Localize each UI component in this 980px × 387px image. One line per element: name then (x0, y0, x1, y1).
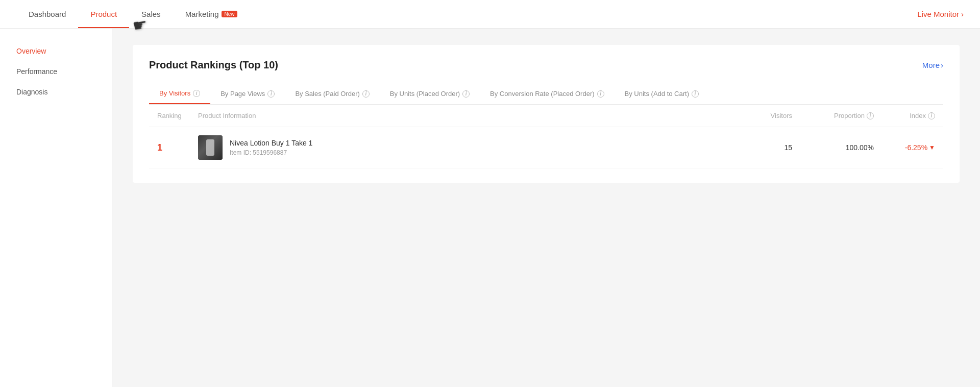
tab-by-page-views[interactable]: By Page Views i (210, 83, 285, 104)
top-nav: Dashboard Product Sales Marketing New Li… (0, 0, 980, 29)
col-header-visitors: Visitors (731, 112, 792, 119)
nav-product[interactable]: Product (78, 0, 129, 28)
tab-by-conversion-rate[interactable]: By Conversion Rate (Placed Order) i (480, 83, 614, 104)
index-header-info-icon[interactable]: i (928, 112, 935, 119)
by-conversion-info-icon[interactable]: i (597, 90, 604, 98)
index-down-arrow: ▼ (929, 144, 935, 151)
sidebar: Overview Performance Diagnosis (0, 29, 112, 387)
nav-marketing[interactable]: Marketing New (173, 0, 250, 28)
row-product-info: Nivea Lotion Buy 1 Take 1 Item ID: 55195… (198, 135, 731, 160)
by-units-cart-info-icon[interactable]: i (692, 90, 699, 98)
product-image (198, 135, 223, 160)
main-content: Product Rankings (Top 10) More › By Visi… (112, 29, 980, 387)
product-item-id: Item ID: 5519596887 (230, 149, 312, 156)
by-page-views-info-icon[interactable]: i (267, 90, 275, 98)
tab-by-units-placed-order[interactable]: By Units (Placed Order) i (380, 83, 480, 104)
row-visitors: 15 (731, 143, 792, 152)
ranking-tabs: By Visitors i By Page Views i By Sales (… (149, 83, 943, 105)
tab-by-visitors[interactable]: By Visitors i (149, 83, 210, 104)
table-header: Ranking Product Information Visitors Pro… (149, 105, 943, 127)
col-header-index: Index i (874, 112, 935, 119)
by-visitors-info-icon[interactable]: i (193, 90, 200, 97)
table-row: 1 Nivea Lotion Buy 1 Take 1 Item ID: 551… (149, 127, 943, 168)
col-header-proportion: Proportion i (792, 112, 874, 119)
by-sales-info-icon[interactable]: i (362, 90, 370, 98)
tab-by-units-add-to-cart[interactable]: By Units (Add to Cart) i (615, 83, 709, 104)
nav-sales[interactable]: Sales (129, 0, 173, 28)
by-units-placed-info-icon[interactable]: i (462, 90, 470, 98)
sidebar-item-performance[interactable]: Performance (0, 61, 112, 82)
sidebar-item-diagnosis[interactable]: Diagnosis (0, 82, 112, 102)
col-header-ranking: Ranking (157, 112, 198, 119)
sidebar-item-overview[interactable]: Overview (0, 41, 112, 61)
row-ranking: 1 (157, 142, 198, 153)
product-rankings-card: Product Rankings (Top 10) More › By Visi… (133, 45, 960, 183)
card-header: Product Rankings (Top 10) More › (149, 59, 943, 71)
nav-dashboard[interactable]: Dashboard (16, 0, 78, 28)
col-header-product-info: Product Information (198, 112, 731, 119)
more-link[interactable]: More › (922, 61, 943, 69)
row-index: -6.25% ▼ (874, 143, 935, 152)
layout: Overview Performance Diagnosis Product R… (0, 29, 980, 387)
tab-by-sales-paid-order[interactable]: By Sales (Paid Order) i (285, 83, 379, 104)
product-name[interactable]: Nivea Lotion Buy 1 Take 1 (230, 139, 312, 147)
card-title: Product Rankings (Top 10) (149, 59, 278, 71)
rankings-table: Ranking Product Information Visitors Pro… (149, 105, 943, 168)
proportion-header-info-icon[interactable]: i (867, 112, 874, 119)
row-proportion: 100.00% (792, 143, 874, 152)
live-monitor-link[interactable]: Live Monitor › (917, 10, 964, 18)
product-details: Nivea Lotion Buy 1 Take 1 Item ID: 55195… (230, 139, 312, 156)
nav-items: Dashboard Product Sales Marketing New (16, 0, 250, 28)
marketing-badge: New (222, 11, 237, 17)
